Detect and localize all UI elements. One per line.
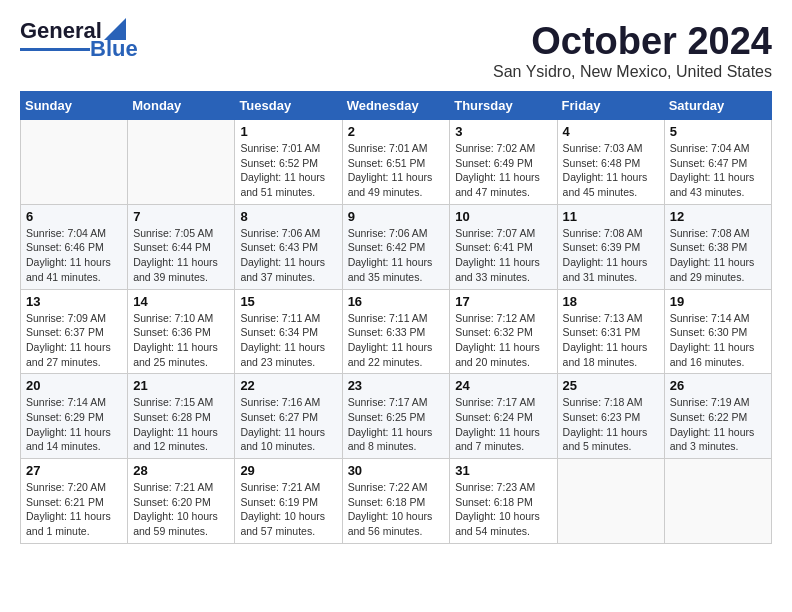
cell-info: Sunrise: 7:09 AMSunset: 6:37 PMDaylight:… xyxy=(26,311,122,370)
cell-info: Sunrise: 7:20 AMSunset: 6:21 PMDaylight:… xyxy=(26,480,122,539)
cell-info: Sunrise: 7:14 AMSunset: 6:30 PMDaylight:… xyxy=(670,311,766,370)
calendar-cell: 17Sunrise: 7:12 AMSunset: 6:32 PMDayligh… xyxy=(450,289,557,374)
calendar-cell: 9Sunrise: 7:06 AMSunset: 6:42 PMDaylight… xyxy=(342,204,450,289)
week-row-4: 20Sunrise: 7:14 AMSunset: 6:29 PMDayligh… xyxy=(21,374,772,459)
calendar-cell: 4Sunrise: 7:03 AMSunset: 6:48 PMDaylight… xyxy=(557,120,664,205)
day-number: 8 xyxy=(240,209,336,224)
day-number: 15 xyxy=(240,294,336,309)
cell-info: Sunrise: 7:02 AMSunset: 6:49 PMDaylight:… xyxy=(455,141,551,200)
calendar-body: 1Sunrise: 7:01 AMSunset: 6:52 PMDaylight… xyxy=(21,120,772,544)
day-number: 1 xyxy=(240,124,336,139)
cell-info: Sunrise: 7:06 AMSunset: 6:42 PMDaylight:… xyxy=(348,226,445,285)
logo-blue-text: Blue xyxy=(90,38,138,60)
calendar-cell: 24Sunrise: 7:17 AMSunset: 6:24 PMDayligh… xyxy=(450,374,557,459)
calendar-cell: 7Sunrise: 7:05 AMSunset: 6:44 PMDaylight… xyxy=(128,204,235,289)
calendar-cell: 15Sunrise: 7:11 AMSunset: 6:34 PMDayligh… xyxy=(235,289,342,374)
week-row-2: 6Sunrise: 7:04 AMSunset: 6:46 PMDaylight… xyxy=(21,204,772,289)
day-number: 27 xyxy=(26,463,122,478)
calendar-cell: 23Sunrise: 7:17 AMSunset: 6:25 PMDayligh… xyxy=(342,374,450,459)
day-number: 11 xyxy=(563,209,659,224)
day-header-sunday: Sunday xyxy=(21,92,128,120)
calendar-header-row: SundayMondayTuesdayWednesdayThursdayFrid… xyxy=(21,92,772,120)
calendar-cell: 18Sunrise: 7:13 AMSunset: 6:31 PMDayligh… xyxy=(557,289,664,374)
calendar-table: SundayMondayTuesdayWednesdayThursdayFrid… xyxy=(20,91,772,544)
cell-info: Sunrise: 7:07 AMSunset: 6:41 PMDaylight:… xyxy=(455,226,551,285)
day-number: 16 xyxy=(348,294,445,309)
cell-info: Sunrise: 7:18 AMSunset: 6:23 PMDaylight:… xyxy=(563,395,659,454)
cell-info: Sunrise: 7:17 AMSunset: 6:25 PMDaylight:… xyxy=(348,395,445,454)
day-number: 28 xyxy=(133,463,229,478)
day-number: 12 xyxy=(670,209,766,224)
day-number: 10 xyxy=(455,209,551,224)
calendar-cell: 25Sunrise: 7:18 AMSunset: 6:23 PMDayligh… xyxy=(557,374,664,459)
week-row-5: 27Sunrise: 7:20 AMSunset: 6:21 PMDayligh… xyxy=(21,459,772,544)
cell-info: Sunrise: 7:17 AMSunset: 6:24 PMDaylight:… xyxy=(455,395,551,454)
cell-info: Sunrise: 7:12 AMSunset: 6:32 PMDaylight:… xyxy=(455,311,551,370)
week-row-1: 1Sunrise: 7:01 AMSunset: 6:52 PMDaylight… xyxy=(21,120,772,205)
calendar-cell: 30Sunrise: 7:22 AMSunset: 6:18 PMDayligh… xyxy=(342,459,450,544)
calendar-cell: 22Sunrise: 7:16 AMSunset: 6:27 PMDayligh… xyxy=(235,374,342,459)
day-number: 30 xyxy=(348,463,445,478)
day-number: 18 xyxy=(563,294,659,309)
cell-info: Sunrise: 7:15 AMSunset: 6:28 PMDaylight:… xyxy=(133,395,229,454)
calendar-cell: 5Sunrise: 7:04 AMSunset: 6:47 PMDaylight… xyxy=(664,120,771,205)
day-header-saturday: Saturday xyxy=(664,92,771,120)
day-number: 24 xyxy=(455,378,551,393)
location: San Ysidro, New Mexico, United States xyxy=(493,63,772,81)
calendar-cell xyxy=(664,459,771,544)
calendar-cell: 27Sunrise: 7:20 AMSunset: 6:21 PMDayligh… xyxy=(21,459,128,544)
calendar-cell: 13Sunrise: 7:09 AMSunset: 6:37 PMDayligh… xyxy=(21,289,128,374)
cell-info: Sunrise: 7:23 AMSunset: 6:18 PMDaylight:… xyxy=(455,480,551,539)
day-number: 14 xyxy=(133,294,229,309)
cell-info: Sunrise: 7:11 AMSunset: 6:33 PMDaylight:… xyxy=(348,311,445,370)
cell-info: Sunrise: 7:10 AMSunset: 6:36 PMDaylight:… xyxy=(133,311,229,370)
cell-info: Sunrise: 7:13 AMSunset: 6:31 PMDaylight:… xyxy=(563,311,659,370)
day-number: 2 xyxy=(348,124,445,139)
calendar-cell: 2Sunrise: 7:01 AMSunset: 6:51 PMDaylight… xyxy=(342,120,450,205)
day-number: 6 xyxy=(26,209,122,224)
calendar-cell xyxy=(557,459,664,544)
cell-info: Sunrise: 7:16 AMSunset: 6:27 PMDaylight:… xyxy=(240,395,336,454)
cell-info: Sunrise: 7:01 AMSunset: 6:51 PMDaylight:… xyxy=(348,141,445,200)
cell-info: Sunrise: 7:06 AMSunset: 6:43 PMDaylight:… xyxy=(240,226,336,285)
calendar-cell: 29Sunrise: 7:21 AMSunset: 6:19 PMDayligh… xyxy=(235,459,342,544)
cell-info: Sunrise: 7:11 AMSunset: 6:34 PMDaylight:… xyxy=(240,311,336,370)
month-title: October 2024 xyxy=(493,20,772,63)
day-header-wednesday: Wednesday xyxy=(342,92,450,120)
cell-info: Sunrise: 7:21 AMSunset: 6:20 PMDaylight:… xyxy=(133,480,229,539)
calendar-cell xyxy=(128,120,235,205)
calendar-cell: 3Sunrise: 7:02 AMSunset: 6:49 PMDaylight… xyxy=(450,120,557,205)
day-number: 21 xyxy=(133,378,229,393)
cell-info: Sunrise: 7:08 AMSunset: 6:39 PMDaylight:… xyxy=(563,226,659,285)
cell-info: Sunrise: 7:19 AMSunset: 6:22 PMDaylight:… xyxy=(670,395,766,454)
day-number: 22 xyxy=(240,378,336,393)
calendar-cell: 19Sunrise: 7:14 AMSunset: 6:30 PMDayligh… xyxy=(664,289,771,374)
cell-info: Sunrise: 7:22 AMSunset: 6:18 PMDaylight:… xyxy=(348,480,445,539)
calendar-cell: 31Sunrise: 7:23 AMSunset: 6:18 PMDayligh… xyxy=(450,459,557,544)
day-header-monday: Monday xyxy=(128,92,235,120)
cell-info: Sunrise: 7:04 AMSunset: 6:46 PMDaylight:… xyxy=(26,226,122,285)
cell-info: Sunrise: 7:05 AMSunset: 6:44 PMDaylight:… xyxy=(133,226,229,285)
day-number: 17 xyxy=(455,294,551,309)
calendar-cell: 1Sunrise: 7:01 AMSunset: 6:52 PMDaylight… xyxy=(235,120,342,205)
cell-info: Sunrise: 7:04 AMSunset: 6:47 PMDaylight:… xyxy=(670,141,766,200)
cell-info: Sunrise: 7:21 AMSunset: 6:19 PMDaylight:… xyxy=(240,480,336,539)
day-header-tuesday: Tuesday xyxy=(235,92,342,120)
day-number: 3 xyxy=(455,124,551,139)
calendar-cell: 14Sunrise: 7:10 AMSunset: 6:36 PMDayligh… xyxy=(128,289,235,374)
calendar-cell: 20Sunrise: 7:14 AMSunset: 6:29 PMDayligh… xyxy=(21,374,128,459)
day-number: 29 xyxy=(240,463,336,478)
day-header-friday: Friday xyxy=(557,92,664,120)
calendar-cell xyxy=(21,120,128,205)
page-header: General Blue October 2024 San Ysidro, Ne… xyxy=(20,20,772,81)
calendar-cell: 11Sunrise: 7:08 AMSunset: 6:39 PMDayligh… xyxy=(557,204,664,289)
calendar-cell: 28Sunrise: 7:21 AMSunset: 6:20 PMDayligh… xyxy=(128,459,235,544)
day-number: 31 xyxy=(455,463,551,478)
title-block: October 2024 San Ysidro, New Mexico, Uni… xyxy=(493,20,772,81)
day-number: 20 xyxy=(26,378,122,393)
calendar-cell: 16Sunrise: 7:11 AMSunset: 6:33 PMDayligh… xyxy=(342,289,450,374)
day-header-thursday: Thursday xyxy=(450,92,557,120)
calendar-cell: 12Sunrise: 7:08 AMSunset: 6:38 PMDayligh… xyxy=(664,204,771,289)
calendar-cell: 21Sunrise: 7:15 AMSunset: 6:28 PMDayligh… xyxy=(128,374,235,459)
week-row-3: 13Sunrise: 7:09 AMSunset: 6:37 PMDayligh… xyxy=(21,289,772,374)
